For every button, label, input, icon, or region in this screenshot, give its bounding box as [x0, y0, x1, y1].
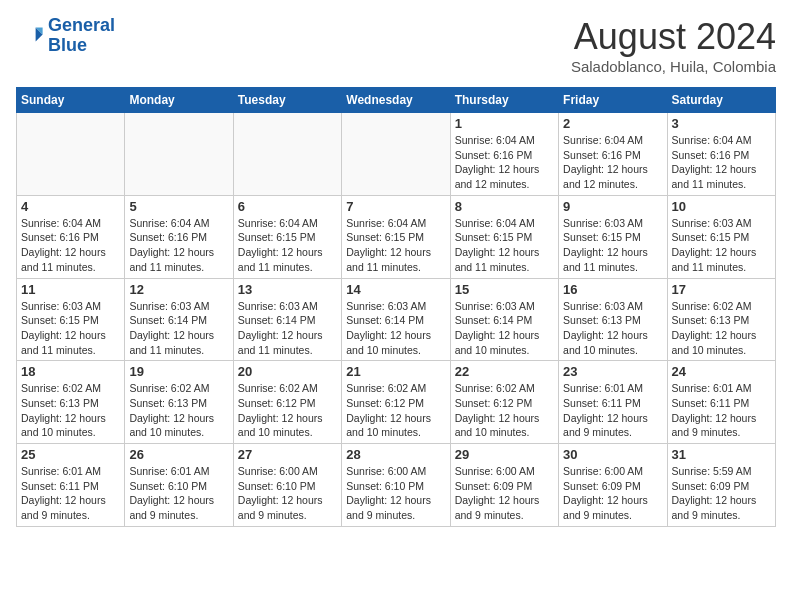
day-info: Sunrise: 6:00 AMSunset: 6:09 PMDaylight:…	[455, 464, 554, 523]
calendar-cell: 9Sunrise: 6:03 AMSunset: 6:15 PMDaylight…	[559, 195, 667, 278]
day-info: Sunrise: 6:00 AMSunset: 6:09 PMDaylight:…	[563, 464, 662, 523]
calendar-cell: 3Sunrise: 6:04 AMSunset: 6:16 PMDaylight…	[667, 113, 775, 196]
day-number: 25	[21, 447, 120, 462]
day-number: 10	[672, 199, 771, 214]
weekday-header: Monday	[125, 88, 233, 113]
day-info: Sunrise: 6:01 AMSunset: 6:11 PMDaylight:…	[21, 464, 120, 523]
day-number: 9	[563, 199, 662, 214]
day-info: Sunrise: 6:03 AMSunset: 6:14 PMDaylight:…	[238, 299, 337, 358]
day-info: Sunrise: 6:01 AMSunset: 6:10 PMDaylight:…	[129, 464, 228, 523]
page-header: General Blue August 2024 Saladoblanco, H…	[16, 16, 776, 75]
calendar-cell: 26Sunrise: 6:01 AMSunset: 6:10 PMDayligh…	[125, 444, 233, 527]
day-info: Sunrise: 6:04 AMSunset: 6:15 PMDaylight:…	[238, 216, 337, 275]
day-number: 8	[455, 199, 554, 214]
location: Saladoblanco, Huila, Colombia	[571, 58, 776, 75]
day-info: Sunrise: 6:03 AMSunset: 6:14 PMDaylight:…	[455, 299, 554, 358]
day-info: Sunrise: 6:04 AMSunset: 6:16 PMDaylight:…	[21, 216, 120, 275]
month-title: August 2024	[571, 16, 776, 58]
day-info: Sunrise: 6:04 AMSunset: 6:15 PMDaylight:…	[455, 216, 554, 275]
day-number: 16	[563, 282, 662, 297]
day-number: 11	[21, 282, 120, 297]
day-number: 24	[672, 364, 771, 379]
calendar-cell: 5Sunrise: 6:04 AMSunset: 6:16 PMDaylight…	[125, 195, 233, 278]
calendar-cell: 18Sunrise: 6:02 AMSunset: 6:13 PMDayligh…	[17, 361, 125, 444]
weekday-header: Sunday	[17, 88, 125, 113]
calendar-cell: 14Sunrise: 6:03 AMSunset: 6:14 PMDayligh…	[342, 278, 450, 361]
day-info: Sunrise: 6:03 AMSunset: 6:14 PMDaylight:…	[129, 299, 228, 358]
calendar-cell: 28Sunrise: 6:00 AMSunset: 6:10 PMDayligh…	[342, 444, 450, 527]
logo-icon	[16, 22, 44, 50]
day-number: 7	[346, 199, 445, 214]
calendar-cell: 10Sunrise: 6:03 AMSunset: 6:15 PMDayligh…	[667, 195, 775, 278]
calendar-cell: 25Sunrise: 6:01 AMSunset: 6:11 PMDayligh…	[17, 444, 125, 527]
calendar-cell: 13Sunrise: 6:03 AMSunset: 6:14 PMDayligh…	[233, 278, 341, 361]
calendar-week-row: 1Sunrise: 6:04 AMSunset: 6:16 PMDaylight…	[17, 113, 776, 196]
calendar-week-row: 11Sunrise: 6:03 AMSunset: 6:15 PMDayligh…	[17, 278, 776, 361]
day-number: 26	[129, 447, 228, 462]
day-number: 29	[455, 447, 554, 462]
day-number: 14	[346, 282, 445, 297]
title-block: August 2024 Saladoblanco, Huila, Colombi…	[571, 16, 776, 75]
day-info: Sunrise: 6:01 AMSunset: 6:11 PMDaylight:…	[672, 381, 771, 440]
day-info: Sunrise: 6:04 AMSunset: 6:16 PMDaylight:…	[563, 133, 662, 192]
calendar-cell: 8Sunrise: 6:04 AMSunset: 6:15 PMDaylight…	[450, 195, 558, 278]
day-info: Sunrise: 6:02 AMSunset: 6:12 PMDaylight:…	[346, 381, 445, 440]
weekday-header: Tuesday	[233, 88, 341, 113]
day-number: 18	[21, 364, 120, 379]
day-info: Sunrise: 6:02 AMSunset: 6:12 PMDaylight:…	[238, 381, 337, 440]
calendar-cell: 6Sunrise: 6:04 AMSunset: 6:15 PMDaylight…	[233, 195, 341, 278]
calendar-cell: 31Sunrise: 5:59 AMSunset: 6:09 PMDayligh…	[667, 444, 775, 527]
calendar-week-row: 25Sunrise: 6:01 AMSunset: 6:11 PMDayligh…	[17, 444, 776, 527]
day-number: 4	[21, 199, 120, 214]
day-number: 28	[346, 447, 445, 462]
day-info: Sunrise: 6:02 AMSunset: 6:13 PMDaylight:…	[21, 381, 120, 440]
day-info: Sunrise: 6:04 AMSunset: 6:15 PMDaylight:…	[346, 216, 445, 275]
day-number: 1	[455, 116, 554, 131]
day-info: Sunrise: 6:02 AMSunset: 6:12 PMDaylight:…	[455, 381, 554, 440]
calendar-cell: 29Sunrise: 6:00 AMSunset: 6:09 PMDayligh…	[450, 444, 558, 527]
day-number: 5	[129, 199, 228, 214]
day-info: Sunrise: 6:00 AMSunset: 6:10 PMDaylight:…	[238, 464, 337, 523]
day-number: 31	[672, 447, 771, 462]
day-number: 17	[672, 282, 771, 297]
calendar-cell: 11Sunrise: 6:03 AMSunset: 6:15 PMDayligh…	[17, 278, 125, 361]
day-number: 19	[129, 364, 228, 379]
calendar-cell: 4Sunrise: 6:04 AMSunset: 6:16 PMDaylight…	[17, 195, 125, 278]
calendar-week-row: 4Sunrise: 6:04 AMSunset: 6:16 PMDaylight…	[17, 195, 776, 278]
calendar-cell: 27Sunrise: 6:00 AMSunset: 6:10 PMDayligh…	[233, 444, 341, 527]
day-info: Sunrise: 6:03 AMSunset: 6:15 PMDaylight:…	[672, 216, 771, 275]
day-number: 2	[563, 116, 662, 131]
calendar-cell	[125, 113, 233, 196]
day-number: 21	[346, 364, 445, 379]
calendar-cell: 21Sunrise: 6:02 AMSunset: 6:12 PMDayligh…	[342, 361, 450, 444]
calendar-cell: 19Sunrise: 6:02 AMSunset: 6:13 PMDayligh…	[125, 361, 233, 444]
calendar-cell: 17Sunrise: 6:02 AMSunset: 6:13 PMDayligh…	[667, 278, 775, 361]
day-number: 6	[238, 199, 337, 214]
day-info: Sunrise: 6:04 AMSunset: 6:16 PMDaylight:…	[455, 133, 554, 192]
calendar-cell: 30Sunrise: 6:00 AMSunset: 6:09 PMDayligh…	[559, 444, 667, 527]
day-number: 20	[238, 364, 337, 379]
calendar-cell: 1Sunrise: 6:04 AMSunset: 6:16 PMDaylight…	[450, 113, 558, 196]
day-info: Sunrise: 6:03 AMSunset: 6:13 PMDaylight:…	[563, 299, 662, 358]
calendar-cell: 15Sunrise: 6:03 AMSunset: 6:14 PMDayligh…	[450, 278, 558, 361]
day-number: 27	[238, 447, 337, 462]
calendar-week-row: 18Sunrise: 6:02 AMSunset: 6:13 PMDayligh…	[17, 361, 776, 444]
day-info: Sunrise: 5:59 AMSunset: 6:09 PMDaylight:…	[672, 464, 771, 523]
day-info: Sunrise: 6:02 AMSunset: 6:13 PMDaylight:…	[672, 299, 771, 358]
calendar-cell: 7Sunrise: 6:04 AMSunset: 6:15 PMDaylight…	[342, 195, 450, 278]
calendar: SundayMondayTuesdayWednesdayThursdayFrid…	[16, 87, 776, 527]
logo-text: General Blue	[48, 16, 115, 56]
day-number: 30	[563, 447, 662, 462]
weekday-header: Saturday	[667, 88, 775, 113]
calendar-cell: 24Sunrise: 6:01 AMSunset: 6:11 PMDayligh…	[667, 361, 775, 444]
day-number: 15	[455, 282, 554, 297]
day-number: 13	[238, 282, 337, 297]
day-info: Sunrise: 6:01 AMSunset: 6:11 PMDaylight:…	[563, 381, 662, 440]
calendar-cell: 20Sunrise: 6:02 AMSunset: 6:12 PMDayligh…	[233, 361, 341, 444]
calendar-cell: 2Sunrise: 6:04 AMSunset: 6:16 PMDaylight…	[559, 113, 667, 196]
calendar-cell: 16Sunrise: 6:03 AMSunset: 6:13 PMDayligh…	[559, 278, 667, 361]
day-info: Sunrise: 6:02 AMSunset: 6:13 PMDaylight:…	[129, 381, 228, 440]
calendar-cell: 12Sunrise: 6:03 AMSunset: 6:14 PMDayligh…	[125, 278, 233, 361]
weekday-header: Friday	[559, 88, 667, 113]
day-number: 3	[672, 116, 771, 131]
